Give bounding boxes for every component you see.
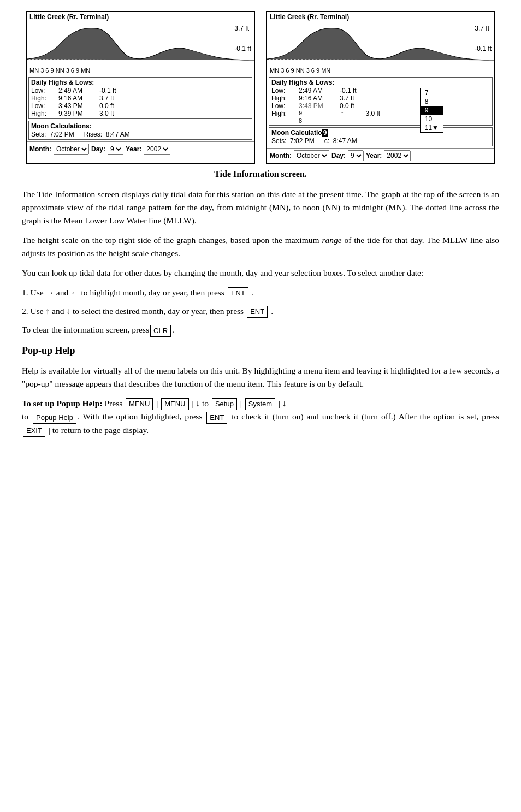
daily-section-right: Daily Highs & Lows: Low:2:49 AM-0.1 ft H… bbox=[269, 77, 493, 126]
daily-section-left: Daily Highs & Lows: Low:2:49 AM-0.1 ft H… bbox=[28, 77, 252, 119]
tide-row-4-left: High:9:39 PM3.0 ft bbox=[31, 110, 250, 117]
screenshots-row: Little Creek (Rr. Terminal) 3.7 ft -0.1 … bbox=[22, 11, 499, 164]
moon-title-left: Moon Calculations: bbox=[31, 122, 250, 130]
month-select-right[interactable]: October bbox=[294, 150, 329, 161]
moon-row-right: Sets: 7:02 PM 7 8 9 10 11▼ c: 8:47 AM bbox=[271, 137, 490, 145]
tide-row-4-right: High: 9 ↑ 3.0 ft bbox=[271, 110, 490, 117]
menu-key-2: MENU bbox=[161, 398, 188, 410]
system-key: System bbox=[245, 398, 275, 410]
moon-title-right: Moon Calculatio9 bbox=[271, 129, 490, 137]
clear-line: To clear the information screen, pressCL… bbox=[22, 323, 499, 337]
screen-title-right: Little Creek (Rr. Terminal) bbox=[267, 12, 494, 22]
tide-row-1-right: Low:2:49 AM-0.1 ft bbox=[271, 87, 490, 94]
moon-section-right: Moon Calculatio9 Sets: 7:02 PM 7 8 9 10 … bbox=[269, 127, 493, 146]
dropdown-item-10[interactable]: 10 bbox=[421, 115, 443, 123]
dropdown-item-8[interactable]: 8 bbox=[421, 97, 443, 106]
paragraph-1: The Tide Information screen displays dai… bbox=[22, 188, 499, 227]
day-select-right[interactable]: 9 bbox=[348, 150, 364, 161]
body-text: The Tide Information screen displays dai… bbox=[22, 188, 499, 437]
tide-screen-right: Little Creek (Rr. Terminal) 3.7 ft -0.1 … bbox=[266, 11, 495, 164]
year-select-right[interactable]: 2002 bbox=[384, 150, 411, 161]
tide-row-3-left: Low:3:43 PM0.0 ft bbox=[31, 102, 250, 110]
ent-key-3: ENT bbox=[206, 412, 227, 424]
paragraph-3: You can look up tidal data for other dat… bbox=[22, 266, 499, 280]
tide-graph-right: 3.7 ft -0.1 ft bbox=[267, 22, 494, 66]
year-label-left: Year: bbox=[126, 145, 141, 153]
numbered-item-2: 2. Use ↑ and ↓ to select the desired mon… bbox=[22, 305, 499, 318]
popup-paragraph-1: Help is available for virtually all of t… bbox=[22, 364, 499, 390]
year-label-right: Year: bbox=[366, 152, 382, 159]
moon-section-left: Moon Calculations: Sets: 7:02 PM Rises: … bbox=[28, 121, 252, 140]
tide-bottom-right: Month: October Day: 9 Year: 2002 bbox=[267, 148, 494, 163]
popup-key: Popup Help bbox=[33, 412, 76, 424]
day-select-left[interactable]: 9 bbox=[108, 144, 123, 155]
menu-key: MENU bbox=[126, 398, 153, 410]
month-label-left: Month: bbox=[29, 145, 51, 153]
numbered-item-1: 1. Use → and ← to highlight month, day o… bbox=[22, 286, 499, 299]
tide-axis-labels-right: MN 3 6 9 NN 3 6 9 MN bbox=[267, 66, 494, 75]
month-label-right: Month: bbox=[270, 152, 292, 159]
popup-setup-label: To set up Popup Help: bbox=[22, 399, 103, 408]
enter-key-2: ENT bbox=[247, 306, 268, 318]
exit-key: EXIT bbox=[23, 425, 45, 437]
year-select-left[interactable]: 2002 bbox=[144, 144, 170, 155]
clr-key: CLR bbox=[150, 325, 171, 337]
month-select-left[interactable]: October bbox=[54, 144, 89, 155]
daily-title-left: Daily Highs & Lows: bbox=[31, 79, 250, 86]
tide-row-2-left: High:9:16 AM3.7 ft bbox=[31, 94, 250, 102]
dropdown-item-7[interactable]: 7 bbox=[421, 88, 443, 97]
screen-title-left: Little Creek (Rr. Terminal) bbox=[27, 12, 254, 22]
enter-key-1: ENT bbox=[228, 287, 248, 299]
tide-row-2-right: High:9:16 AM3.7 ft bbox=[271, 94, 490, 102]
tide-axis-labels-left: MN 3 6 9 NN 3 6 9 MN bbox=[27, 66, 254, 75]
tide-scale-right: 3.7 ft -0.1 ft bbox=[475, 23, 492, 54]
setup-key: Setup bbox=[212, 398, 237, 410]
tide-row-3-right: Low: 3:43 PM 0.0 ft bbox=[271, 102, 490, 110]
day-label-left: Day: bbox=[91, 145, 105, 153]
tide-graph-left: 3.7 ft -0.1 ft bbox=[27, 22, 254, 66]
tide-scale-left: 3.7 ft -0.1 ft bbox=[234, 23, 251, 54]
daily-title-right: Daily Highs & Lows: bbox=[271, 79, 490, 86]
tide-bottom-left: Month: October Day: 9 Year: 2002 bbox=[27, 141, 254, 156]
tide-row-1-left: Low:2:49 AM-0.1 ft bbox=[31, 87, 250, 94]
dropdown-item-11[interactable]: 11▼ bbox=[421, 123, 443, 132]
tide-screen-left: Little Creek (Rr. Terminal) 3.7 ft -0.1 … bbox=[26, 11, 255, 164]
paragraph-2: The height scale on the top right side o… bbox=[22, 234, 499, 260]
popup-setup: To set up Popup Help: Press MENU | MENU … bbox=[22, 397, 499, 437]
dropdown-item-9[interactable]: 9 bbox=[421, 106, 443, 115]
day-label-right: Day: bbox=[331, 152, 346, 159]
caption: Tide Information screen. bbox=[22, 169, 499, 179]
day-dropdown[interactable]: 7 8 9 10 11▼ bbox=[420, 88, 443, 133]
moon-row-left: Sets: 7:02 PM Rises: 8:47 AM bbox=[31, 131, 250, 138]
popup-heading: Pop-up Help bbox=[22, 343, 499, 359]
